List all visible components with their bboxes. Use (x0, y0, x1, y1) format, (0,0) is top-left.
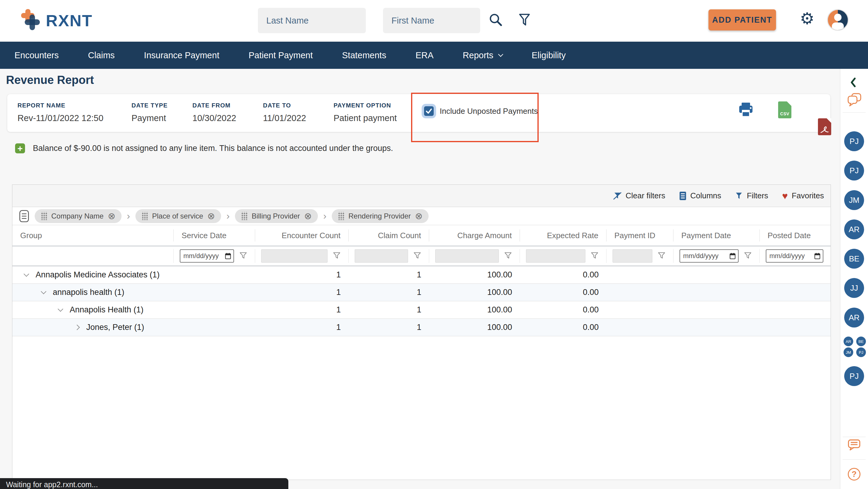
claim-count-filter-input[interactable] (355, 249, 408, 263)
print-icon[interactable] (737, 102, 754, 119)
service-date-filter-input[interactable]: mm/dd/yyyy (180, 249, 234, 263)
encounter-count-filter-input[interactable] (261, 249, 328, 263)
pdf-export-icon[interactable] (818, 118, 831, 135)
nav-statements[interactable]: Statements (342, 50, 386, 60)
charge-amount-filter-input[interactable] (435, 249, 499, 263)
charge-amount-filter-funnel[interactable] (504, 252, 512, 260)
contact-avatar[interactable]: JM (844, 190, 864, 210)
contact-avatar[interactable]: AR (844, 308, 864, 327)
clear-filters-button[interactable]: Clear filters (613, 191, 665, 200)
table-row[interactable]: Jones, Peter (1) 1 1 100.00 0.00 (12, 319, 831, 336)
search-icon[interactable] (489, 13, 503, 28)
last-name-input[interactable] (258, 8, 366, 33)
contact-avatar-small[interactable]: JM (843, 347, 853, 357)
filters-button[interactable]: Filters (735, 191, 768, 200)
payment-date-filter-funnel[interactable] (744, 252, 752, 260)
table-row[interactable]: Annapolis Medicine Associates (1) 1 1 10… (12, 266, 831, 284)
payment-id-filter-funnel[interactable] (658, 252, 665, 260)
encounter-count-filter-funnel[interactable] (333, 252, 341, 260)
contact-avatar[interactable]: PJ (844, 131, 864, 151)
user-avatar[interactable] (827, 9, 849, 31)
main-content: Revenue Report REPORT NAME Rev-11/01/202… (0, 69, 840, 489)
contact-avatar-small[interactable]: AR (843, 337, 853, 346)
person-icon (828, 10, 848, 30)
columns-button[interactable]: Columns (679, 191, 721, 200)
contact-avatar[interactable]: AR (844, 220, 864, 239)
payment-option-field: PAYMENT OPTION Patient payment (334, 102, 397, 123)
col-expected-rate[interactable]: Expected Rate (520, 229, 607, 241)
payment-id-filter-input[interactable] (613, 249, 652, 263)
remove-chip-icon[interactable]: ⊗ (415, 211, 423, 221)
col-payment-date[interactable]: Payment Date (674, 229, 760, 241)
drag-handle-icon[interactable] (241, 212, 247, 220)
contact-avatar-small[interactable]: BE (856, 337, 866, 346)
nav-eligibility[interactable]: Eligibility (532, 50, 566, 60)
date-type-field: DATE TYPE Payment (131, 102, 168, 123)
table-header-row: Group Service Date Encounter Count Claim… (12, 225, 831, 246)
nav-encounters[interactable]: Encounters (14, 50, 59, 60)
service-date-filter-funnel[interactable] (240, 252, 247, 260)
payment-date-filter-input[interactable]: mm/dd/yyyy (680, 249, 739, 263)
browser-status-tooltip: Waiting for app2.rxnt.com... (0, 478, 288, 489)
group-panel-icon[interactable] (19, 210, 29, 223)
nav-era[interactable]: ERA (415, 50, 434, 60)
brand-name: RXNT (46, 11, 93, 30)
revenue-grid: Clear filters Columns Filters (12, 184, 831, 480)
expected-rate-filter-input[interactable] (526, 249, 585, 263)
collapse-panel-icon[interactable] (849, 77, 857, 88)
message-icon[interactable] (847, 439, 861, 452)
filter-service-date: mm/dd/yyyy (174, 249, 255, 263)
col-service-date[interactable]: Service Date (174, 229, 255, 241)
page-title: Revenue Report (6, 74, 94, 87)
help-icon[interactable]: ? (848, 468, 861, 481)
collapse-caret-icon[interactable] (41, 289, 46, 294)
table-row[interactable]: annapolis health (1) 1 1 100.00 0.00 (12, 284, 831, 301)
nav-reports[interactable]: Reports (463, 50, 502, 60)
contact-avatar[interactable]: JJ (844, 278, 864, 298)
filter-funnel-icon[interactable] (518, 13, 531, 27)
first-name-input[interactable] (383, 8, 480, 33)
main-nav: Encounters Claims Insurance Payment Pati… (0, 42, 868, 69)
highlight-red-box (411, 93, 539, 142)
contact-avatar[interactable]: BE (844, 249, 864, 269)
remove-chip-icon[interactable]: ⊗ (108, 211, 115, 221)
remove-chip-icon[interactable]: ⊗ (208, 211, 215, 221)
favorites-button[interactable]: ♥ Favorites (782, 191, 824, 201)
collapse-caret-icon[interactable] (24, 271, 29, 277)
gear-icon[interactable]: ⚙ (800, 10, 814, 27)
filter-group (12, 249, 174, 263)
right-rail: PJ PJ JM AR BE JJ AR AR BE JM PJ PJ ? (840, 69, 868, 489)
collapse-caret-icon[interactable] (58, 306, 63, 312)
group-chip-company-name[interactable]: Company Name ⊗ (35, 209, 122, 223)
col-payment-id[interactable]: Payment ID (607, 229, 674, 241)
contact-avatar[interactable]: PJ (844, 366, 864, 386)
contact-avatar-small[interactable]: PJ (856, 347, 866, 357)
nav-insurance-payment[interactable]: Insurance Payment (144, 50, 219, 60)
remove-chip-icon[interactable]: ⊗ (304, 211, 312, 221)
expand-caret-icon[interactable] (74, 324, 80, 330)
group-chip-place-of-service[interactable]: Place of service ⊗ (135, 209, 221, 223)
nav-claims[interactable]: Claims (88, 50, 115, 60)
contact-avatar[interactable]: PJ (844, 161, 864, 180)
group-chip-billing-provider[interactable]: Billing Provider ⊗ (235, 209, 318, 223)
rxnt-logo[interactable]: RXNT (19, 9, 93, 32)
chat-bubbles-icon[interactable] (847, 93, 862, 108)
drag-handle-icon[interactable] (338, 212, 344, 220)
col-group[interactable]: Group (12, 229, 174, 241)
col-encounter-count[interactable]: Encounter Count (255, 229, 349, 241)
drag-handle-icon[interactable] (142, 212, 148, 220)
nav-patient-payment[interactable]: Patient Payment (249, 50, 313, 60)
expected-rate-filter-funnel[interactable] (591, 252, 598, 260)
filter-posted-date: mm/dd/yyyy (760, 249, 831, 263)
col-claim-count[interactable]: Claim Count (349, 229, 429, 241)
claim-count-filter-funnel[interactable] (413, 252, 421, 260)
table-row[interactable]: Annapolis Health (1) 1 1 100.00 0.00 (12, 301, 831, 319)
group-chip-rendering-provider[interactable]: Rendering Provider ⊗ (332, 209, 429, 223)
drag-handle-icon[interactable] (41, 212, 47, 220)
posted-date-filter-input[interactable]: mm/dd/yyyy (766, 249, 824, 263)
col-posted-date[interactable]: Posted Date (760, 229, 831, 241)
csv-export-icon[interactable]: CSV (778, 102, 792, 118)
col-charge-amount[interactable]: Charge Amount (429, 229, 520, 241)
add-patient-button[interactable]: ADD PATIENT (709, 9, 776, 30)
report-name-label: REPORT NAME (18, 102, 103, 109)
